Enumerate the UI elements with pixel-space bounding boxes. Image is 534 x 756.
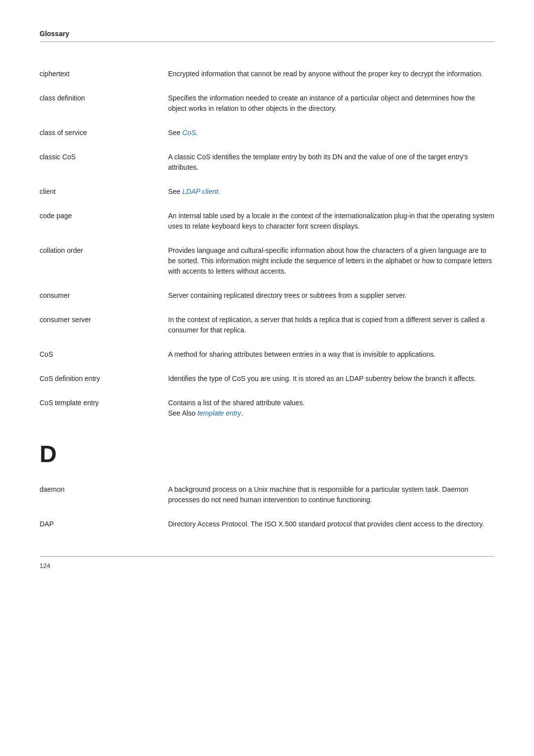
def-consumer-server: In the context of replication, a server … — [168, 315, 494, 335]
page-title: Glossary — [40, 30, 69, 38]
term-daemon: daemon — [40, 484, 168, 493]
def-class-definition: Specifies the information needed to crea… — [168, 93, 494, 114]
term-ciphertext: ciphertext — [40, 69, 168, 78]
def-ciphertext: Encrypted information that cannot be rea… — [168, 69, 494, 79]
glossary-entry-classic-cos: classic CoS A classic CoS identifies the… — [40, 145, 494, 180]
glossary-entry-ciphertext: ciphertext Encrypted information that ca… — [40, 62, 494, 86]
def-code-page: An internal table used by a locale in th… — [168, 211, 494, 232]
glossary-entry-collation-order: collation order Provides language and cu… — [40, 238, 494, 284]
glossary-entry-daemon: daemon A background process on a Unix ma… — [40, 477, 494, 512]
term-cos: CoS — [40, 349, 168, 358]
glossary-entry-cos-definition-entry: CoS definition entry Identifies the type… — [40, 367, 494, 391]
term-code-page: code page — [40, 211, 168, 220]
term-class-of-service: class of service — [40, 128, 168, 137]
page: Glossary ciphertext Encrypted informatio… — [0, 0, 534, 599]
def-class-of-service: See CoS. — [168, 128, 494, 138]
def-dap: Directory Access Protocol. The ISO X.500… — [168, 519, 494, 529]
glossary-entry-dap: DAP Directory Access Protocol. The ISO X… — [40, 512, 494, 536]
term-client: client — [40, 187, 168, 195]
def-consumer: Server containing replicated directory t… — [168, 290, 494, 301]
page-header: Glossary — [40, 30, 494, 42]
term-collation-order: collation order — [40, 245, 168, 254]
glossary-entry-class-definition: class definition Specifies the informati… — [40, 86, 494, 121]
section-letter-d: D — [40, 440, 494, 468]
def-collation-order: Provides language and cultural-specific … — [168, 245, 494, 277]
link-cos[interactable]: CoS — [182, 129, 196, 137]
term-dap: DAP — [40, 519, 168, 528]
def-cos: A method for sharing attributes between … — [168, 349, 494, 360]
def-daemon: A background process on a Unix machine t… — [168, 484, 494, 505]
def-cos-definition-entry: Identifies the type of CoS you are using… — [168, 374, 494, 384]
link-template-entry[interactable]: template entry — [197, 409, 241, 417]
page-number: 124 — [40, 562, 50, 569]
glossary-content: ciphertext Encrypted information that ca… — [40, 62, 494, 536]
term-cos-template-entry: CoS template entry — [40, 398, 168, 407]
page-footer: 124 — [40, 556, 494, 569]
link-ldap-client[interactable]: LDAP client — [182, 188, 219, 195]
def-classic-cos: A classic CoS identifies the template en… — [168, 152, 494, 173]
term-classic-cos: classic CoS — [40, 152, 168, 161]
def-client: See LDAP client. — [168, 187, 494, 197]
glossary-entry-cos-template-entry: CoS template entry Contains a list of th… — [40, 391, 494, 425]
term-cos-definition-entry: CoS definition entry — [40, 374, 168, 382]
glossary-entry-class-of-service: class of service See CoS. — [40, 121, 494, 145]
glossary-entry-cos: CoS A method for sharing attributes betw… — [40, 342, 494, 367]
term-class-definition: class definition — [40, 93, 168, 102]
glossary-entry-consumer-server: consumer server In the context of replic… — [40, 308, 494, 342]
glossary-entry-client: client See LDAP client. — [40, 180, 494, 204]
glossary-entry-code-page: code page An internal table used by a lo… — [40, 204, 494, 238]
glossary-entry-consumer: consumer Server containing replicated di… — [40, 284, 494, 308]
term-consumer: consumer — [40, 290, 168, 299]
term-consumer-server: consumer server — [40, 315, 168, 324]
def-cos-template-entry: Contains a list of the shared attribute … — [168, 398, 494, 419]
